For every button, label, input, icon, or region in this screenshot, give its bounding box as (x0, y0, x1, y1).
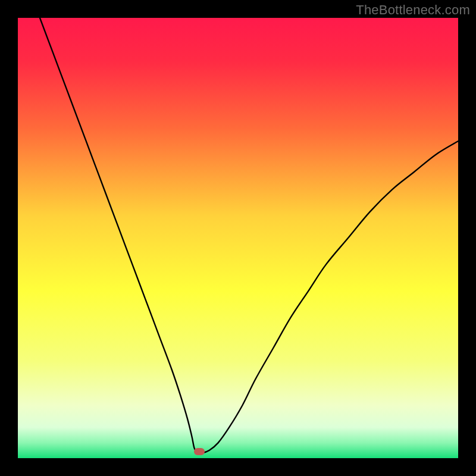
plot-area (18, 18, 458, 458)
plot-svg (18, 18, 458, 458)
chart-frame: TheBottleneck.com (0, 0, 476, 476)
watermark-text: TheBottleneck.com (356, 2, 470, 18)
selection-marker (194, 448, 205, 455)
plot-background (18, 18, 458, 458)
